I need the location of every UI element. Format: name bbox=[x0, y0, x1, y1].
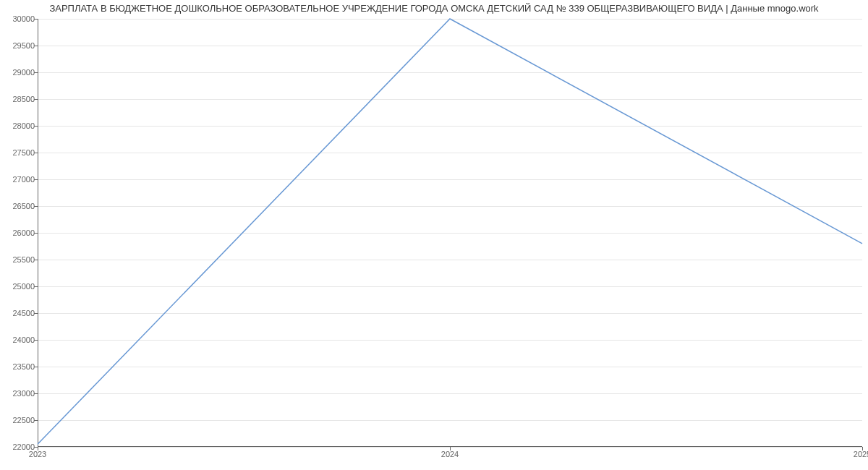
y-axis-tick-mark bbox=[34, 233, 38, 234]
y-axis-tick-label: 29000 bbox=[12, 68, 35, 77]
y-axis-tick-mark bbox=[34, 19, 38, 20]
y-axis-tick-mark bbox=[34, 46, 38, 46]
y-axis-tick-label: 30000 bbox=[12, 14, 35, 23]
chart-container: ЗАРПЛАТА В БЮДЖЕТНОЕ ДОШКОЛЬНОЕ ОБРАЗОВА… bbox=[0, 0, 868, 470]
y-axis-tick-mark bbox=[34, 313, 38, 314]
y-axis-tick-mark bbox=[34, 340, 38, 341]
y-axis-tick-label: 29500 bbox=[12, 41, 35, 50]
y-axis-tick-label: 26000 bbox=[12, 228, 35, 237]
chart-title: ЗАРПЛАТА В БЮДЖЕТНОЕ ДОШКОЛЬНОЕ ОБРАЗОВА… bbox=[0, 3, 868, 14]
x-axis-tick-mark bbox=[450, 447, 451, 450]
y-axis-tick-label: 28500 bbox=[12, 95, 35, 103]
y-axis-tick-mark bbox=[34, 179, 38, 180]
y-axis-tick-label: 27000 bbox=[12, 175, 35, 184]
y-axis-tick-label: 26500 bbox=[12, 202, 35, 210]
y-axis-tick-label: 23500 bbox=[12, 362, 35, 371]
y-axis-tick-mark bbox=[34, 393, 38, 394]
y-axis-tick-mark bbox=[34, 153, 38, 153]
x-axis-tick-label: 2024 bbox=[441, 450, 459, 458]
y-axis-tick-mark bbox=[34, 367, 38, 367]
x-axis-tick-mark bbox=[862, 447, 863, 450]
y-axis-tick-mark bbox=[34, 126, 38, 127]
x-axis-tick-label: 2025 bbox=[854, 450, 868, 458]
x-axis-tick-label: 2023 bbox=[29, 450, 46, 458]
y-axis-tick-mark bbox=[34, 99, 38, 100]
y-axis-tick-label: 25500 bbox=[12, 255, 35, 264]
y-axis-tick-label: 22500 bbox=[12, 416, 35, 424]
y-axis-tick-label: 23000 bbox=[12, 389, 35, 398]
y-axis-tick-label: 24500 bbox=[12, 309, 35, 317]
chart-line-svg bbox=[38, 19, 862, 447]
x-axis-tick-mark bbox=[38, 447, 38, 450]
y-axis-tick-mark bbox=[34, 206, 38, 207]
y-axis-tick-label: 28000 bbox=[12, 121, 35, 130]
y-axis-tick-label: 27500 bbox=[12, 148, 35, 157]
y-axis-tick-label: 24000 bbox=[12, 336, 35, 344]
y-axis-tick-mark bbox=[34, 286, 38, 287]
y-axis-tick-label: 25000 bbox=[12, 282, 35, 291]
y-axis-tick-mark bbox=[34, 260, 38, 260]
y-axis-tick-mark bbox=[34, 420, 38, 421]
y-axis-tick-mark bbox=[34, 72, 38, 73]
